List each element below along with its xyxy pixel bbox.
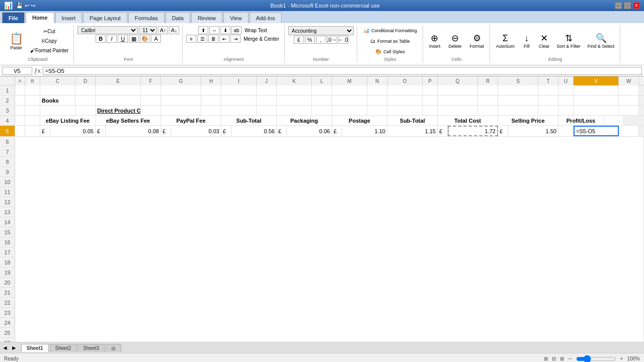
cell-C1[interactable] [40,85,75,95]
cell-S3[interactable] [498,106,538,115]
function-button[interactable]: ƒx [34,67,41,74]
cell-D3[interactable] [75,106,96,115]
cell-Q2[interactable] [438,96,478,105]
cell-R3[interactable] [478,106,498,115]
cell-M3[interactable] [332,106,367,115]
col-J[interactable]: J [257,76,277,85]
cell-H5[interactable]: 0.03 [171,126,221,136]
cell-W4[interactable] [604,116,624,125]
cell-I1[interactable] [221,85,257,95]
cell-J2[interactable] [257,96,277,105]
align-middle-button[interactable]: ↔ [209,26,219,34]
cell-Q3[interactable] [438,106,478,115]
cell-G2[interactable] [161,96,201,105]
cell-H1[interactable] [201,85,221,95]
tab-page-layout[interactable]: Page Layout [83,12,127,23]
fill-button[interactable]: ↓ Fill [519,29,534,54]
cell-J5[interactable]: 0.56 [231,126,277,136]
cell-U5[interactable] [558,126,574,136]
col-N[interactable]: N [367,76,387,85]
align-left-button[interactable]: ≡ [186,35,196,43]
paste-button[interactable]: 📋 Paste [5,31,27,51]
cell-U2[interactable] [558,96,574,105]
cell-B4[interactable] [25,116,40,125]
cell-O3[interactable] [387,106,423,115]
col-H[interactable]: H [201,76,221,85]
cell-G1[interactable] [161,85,201,95]
col-L[interactable]: L [312,76,332,85]
cell-O1[interactable] [387,85,423,95]
cell-R5[interactable]: 1.72 [448,126,498,136]
percent-button[interactable]: % [305,36,315,44]
align-right-button[interactable]: ≣ [208,35,218,43]
cell-M4[interactable]: Postage [332,116,387,125]
cell-U1[interactable] [558,85,574,95]
format-button[interactable]: ⚙ Format [467,29,487,54]
find-select-button[interactable]: 🔍 Find & Select [585,29,617,54]
cell-G5[interactable]: £ [161,126,171,136]
col-W[interactable]: W [619,76,639,85]
comma-button[interactable]: , [316,36,326,44]
cell-W5[interactable] [619,126,639,136]
cell-A5[interactable] [15,126,25,136]
formula-input[interactable] [43,67,642,75]
cell-V2[interactable] [574,96,619,105]
cell-S4[interactable]: Selling Price [498,116,558,125]
col-R[interactable]: R [478,76,498,85]
cell-W2[interactable] [619,96,639,105]
cell-R1[interactable] [478,85,498,95]
col-E[interactable]: E [96,76,141,85]
cell-M2[interactable] [332,96,367,105]
next-sheet-button[interactable]: ► [11,344,17,351]
cell-E4[interactable]: eBay Sellers Fee [96,116,161,125]
font-color-button[interactable]: A [151,35,161,43]
cell-W3[interactable] [619,106,639,115]
tab-home[interactable]: Home [26,12,54,23]
col-V[interactable]: V [574,76,619,85]
cell-C4[interactable]: eBay Listing Fee [40,116,96,125]
cell-V5[interactable]: =S5-O5 [574,126,619,136]
col-A[interactable]: A [15,76,25,85]
cell-E1[interactable] [96,85,141,95]
cell-V3[interactable] [574,106,619,115]
col-S[interactable]: S [498,76,538,85]
cell-Q5[interactable]: £ [438,126,448,136]
cell-T3[interactable] [538,106,558,115]
minimize-button[interactable]: ─ [615,2,622,9]
cell-T5[interactable]: 1.50 [508,126,558,136]
cell-F3[interactable] [141,106,161,115]
cell-M5[interactable]: £ [332,126,342,136]
cell-V1[interactable] [574,85,619,95]
col-T[interactable]: T [538,76,558,85]
clear-button[interactable]: ✕ Clear [536,29,552,54]
border-button[interactable]: ▦ [129,35,139,43]
page-break-button[interactable]: ⊞ [560,356,564,361]
sheet-tab-3[interactable]: Sheet3 [77,344,105,352]
cell-I2[interactable] [221,96,257,105]
bold-button[interactable]: B [96,35,106,43]
col-G[interactable]: G [161,76,201,85]
cell-K3[interactable] [277,106,312,115]
cell-P1[interactable] [423,85,438,95]
cell-U3[interactable] [558,106,574,115]
align-bottom-button[interactable]: ⬇ [220,26,230,34]
cell-J3[interactable] [257,106,277,115]
font-shrink-button[interactable]: A↓ [169,26,179,34]
cell-N5[interactable]: 1.10 [342,126,387,136]
cell-K5[interactable]: £ [277,126,287,136]
cell-styles-button[interactable]: 🎨 Cell Styles [373,47,408,56]
decrease-indent-button[interactable]: ⇤ [219,35,229,43]
cut-button[interactable]: ✂ Cut [28,28,70,36]
autosum-button[interactable]: Σ AutoSum [494,29,517,54]
cell-I4[interactable]: Sub-Total [221,116,277,125]
col-I[interactable]: I [221,76,257,85]
page-layout-button[interactable]: ⊟ [552,356,556,361]
col-F[interactable]: F [141,76,161,85]
cell-L2[interactable] [312,96,332,105]
cell-S1[interactable] [498,85,538,95]
col-M[interactable]: M [332,76,367,85]
zoom-out-button[interactable]: ─ [568,356,572,361]
cell-Q4[interactable]: Total Cost [438,116,498,125]
cell-G4[interactable]: PayPal Fee [161,116,221,125]
italic-button[interactable]: I [107,35,117,43]
